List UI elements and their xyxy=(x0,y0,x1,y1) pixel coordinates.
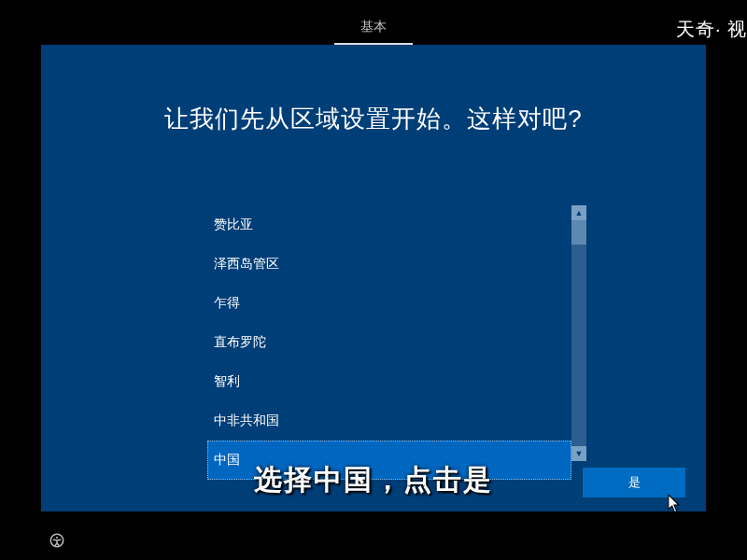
region-list-container: 赞比亚泽西岛管区乍得直布罗陀智利中非共和国中国 ▲ ▼ xyxy=(207,205,586,461)
confirm-yes-button[interactable]: 是 xyxy=(583,468,685,497)
scroll-thumb[interactable] xyxy=(571,220,586,245)
watermark-text: 天奇· 视 xyxy=(676,17,747,42)
region-list[interactable]: 赞比亚泽西岛管区乍得直布罗陀智利中非共和国中国 xyxy=(207,205,571,461)
region-item[interactable]: 乍得 xyxy=(207,284,571,323)
page-title: 让我们先从区域设置开始。这样对吧? xyxy=(41,103,706,135)
tab-basic[interactable]: 基本 xyxy=(334,11,413,45)
region-item[interactable]: 直布罗陀 xyxy=(207,323,571,362)
tab-bar: 基本 xyxy=(0,11,747,45)
accessibility-icon[interactable] xyxy=(49,532,65,549)
scroll-down-arrow-icon[interactable]: ▼ xyxy=(571,446,586,461)
video-subtitle: 选择中国，点击是 xyxy=(254,461,493,499)
oobe-region-panel: 让我们先从区域设置开始。这样对吧? 赞比亚泽西岛管区乍得直布罗陀智利中非共和国中… xyxy=(41,45,706,511)
scroll-up-arrow-icon[interactable]: ▲ xyxy=(571,205,586,220)
region-item[interactable]: 中非共和国 xyxy=(207,401,571,441)
scrollbar[interactable]: ▲ ▼ xyxy=(571,205,586,461)
region-item[interactable]: 赞比亚 xyxy=(207,205,571,245)
region-item[interactable]: 泽西岛管区 xyxy=(207,245,571,284)
svg-point-1 xyxy=(56,537,58,539)
region-item[interactable]: 智利 xyxy=(207,362,571,401)
